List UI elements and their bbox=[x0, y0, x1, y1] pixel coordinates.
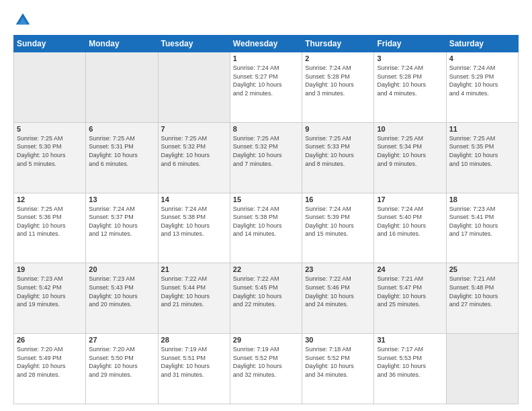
day-info: Sunrise: 7:24 AM Sunset: 5:38 PM Dayligh… bbox=[233, 205, 299, 238]
day-info: Sunrise: 7:21 AM Sunset: 5:48 PM Dayligh… bbox=[449, 275, 515, 308]
calendar-cell: 9Sunrise: 7:25 AM Sunset: 5:33 PM Daylig… bbox=[302, 122, 374, 193]
calendar-cell: 23Sunrise: 7:22 AM Sunset: 5:46 PM Dayli… bbox=[302, 263, 374, 334]
day-info: Sunrise: 7:23 AM Sunset: 5:43 PM Dayligh… bbox=[89, 275, 154, 308]
day-info: Sunrise: 7:25 AM Sunset: 5:36 PM Dayligh… bbox=[17, 205, 83, 238]
header-day: Saturday bbox=[446, 36, 518, 52]
day-info: Sunrise: 7:23 AM Sunset: 5:41 PM Dayligh… bbox=[449, 205, 515, 238]
calendar-cell bbox=[86, 52, 158, 123]
day-number: 3 bbox=[377, 54, 443, 62]
calendar-cell: 7Sunrise: 7:25 AM Sunset: 5:32 PM Daylig… bbox=[158, 122, 230, 193]
calendar-cell: 18Sunrise: 7:23 AM Sunset: 5:41 PM Dayli… bbox=[446, 193, 518, 263]
day-info: Sunrise: 7:24 AM Sunset: 5:27 PM Dayligh… bbox=[233, 64, 299, 97]
calendar-cell bbox=[14, 52, 86, 123]
day-number: 21 bbox=[161, 265, 227, 273]
day-number: 20 bbox=[89, 265, 154, 273]
day-info: Sunrise: 7:17 AM Sunset: 5:53 PM Dayligh… bbox=[377, 345, 443, 379]
calendar-cell: 11Sunrise: 7:25 AM Sunset: 5:35 PM Dayli… bbox=[446, 122, 518, 193]
header-day: Monday bbox=[86, 36, 158, 52]
day-info: Sunrise: 7:25 AM Sunset: 5:35 PM Dayligh… bbox=[449, 134, 515, 168]
day-info: Sunrise: 7:24 AM Sunset: 5:38 PM Dayligh… bbox=[161, 205, 227, 238]
day-number: 28 bbox=[161, 336, 227, 344]
header-day: Wednesday bbox=[230, 36, 302, 52]
day-info: Sunrise: 7:20 AM Sunset: 5:50 PM Dayligh… bbox=[89, 345, 154, 379]
calendar-cell: 21Sunrise: 7:22 AM Sunset: 5:44 PM Dayli… bbox=[158, 263, 230, 334]
header-row: SundayMondayTuesdayWednesdayThursdayFrid… bbox=[14, 36, 519, 52]
calendar-cell: 17Sunrise: 7:24 AM Sunset: 5:40 PM Dayli… bbox=[374, 193, 446, 263]
calendar-cell: 26Sunrise: 7:20 AM Sunset: 5:49 PM Dayli… bbox=[14, 334, 86, 404]
day-info: Sunrise: 7:24 AM Sunset: 5:28 PM Dayligh… bbox=[305, 64, 371, 97]
day-number: 18 bbox=[449, 195, 515, 203]
calendar-cell: 19Sunrise: 7:23 AM Sunset: 5:42 PM Dayli… bbox=[14, 263, 86, 334]
calendar-cell: 8Sunrise: 7:25 AM Sunset: 5:32 PM Daylig… bbox=[230, 122, 302, 193]
calendar-cell: 16Sunrise: 7:24 AM Sunset: 5:39 PM Dayli… bbox=[302, 193, 374, 263]
day-number: 30 bbox=[305, 336, 371, 344]
day-info: Sunrise: 7:24 AM Sunset: 5:40 PM Dayligh… bbox=[377, 205, 443, 238]
calendar-cell: 15Sunrise: 7:24 AM Sunset: 5:38 PM Dayli… bbox=[230, 193, 302, 263]
day-number: 7 bbox=[161, 125, 227, 133]
day-number: 25 bbox=[449, 265, 515, 273]
day-info: Sunrise: 7:24 AM Sunset: 5:28 PM Dayligh… bbox=[377, 64, 443, 97]
day-number: 31 bbox=[377, 336, 443, 344]
day-number: 14 bbox=[161, 195, 227, 203]
header-day: Sunday bbox=[14, 36, 86, 52]
calendar-cell: 10Sunrise: 7:25 AM Sunset: 5:34 PM Dayli… bbox=[374, 122, 446, 193]
calendar-header: SundayMondayTuesdayWednesdayThursdayFrid… bbox=[14, 36, 519, 52]
day-number: 11 bbox=[449, 125, 515, 133]
day-number: 8 bbox=[233, 125, 299, 133]
day-info: Sunrise: 7:22 AM Sunset: 5:45 PM Dayligh… bbox=[233, 275, 299, 308]
logo-icon bbox=[13, 11, 32, 30]
day-number: 6 bbox=[89, 125, 154, 133]
day-info: Sunrise: 7:25 AM Sunset: 5:34 PM Dayligh… bbox=[377, 134, 443, 168]
calendar-week: 12Sunrise: 7:25 AM Sunset: 5:36 PM Dayli… bbox=[14, 193, 519, 263]
day-number: 17 bbox=[377, 195, 443, 203]
day-number: 12 bbox=[17, 195, 83, 203]
calendar-week: 26Sunrise: 7:20 AM Sunset: 5:49 PM Dayli… bbox=[14, 334, 519, 404]
day-number: 26 bbox=[17, 336, 83, 344]
calendar-cell: 4Sunrise: 7:24 AM Sunset: 5:29 PM Daylig… bbox=[446, 52, 518, 123]
calendar-cell: 27Sunrise: 7:20 AM Sunset: 5:50 PM Dayli… bbox=[86, 334, 158, 404]
logo bbox=[13, 11, 35, 30]
calendar-cell bbox=[158, 52, 230, 123]
calendar-cell: 25Sunrise: 7:21 AM Sunset: 5:48 PM Dayli… bbox=[446, 263, 518, 334]
calendar-cell: 14Sunrise: 7:24 AM Sunset: 5:38 PM Dayli… bbox=[158, 193, 230, 263]
day-info: Sunrise: 7:19 AM Sunset: 5:51 PM Dayligh… bbox=[161, 345, 227, 379]
day-info: Sunrise: 7:25 AM Sunset: 5:32 PM Dayligh… bbox=[233, 134, 299, 168]
day-info: Sunrise: 7:22 AM Sunset: 5:44 PM Dayligh… bbox=[161, 275, 227, 308]
day-info: Sunrise: 7:21 AM Sunset: 5:47 PM Dayligh… bbox=[377, 275, 443, 308]
day-number: 5 bbox=[17, 125, 83, 133]
day-info: Sunrise: 7:25 AM Sunset: 5:32 PM Dayligh… bbox=[161, 134, 227, 168]
page: SundayMondayTuesdayWednesdayThursdayFrid… bbox=[0, 0, 532, 411]
day-number: 23 bbox=[305, 265, 371, 273]
calendar-week: 19Sunrise: 7:23 AM Sunset: 5:42 PM Dayli… bbox=[14, 263, 519, 334]
day-number: 27 bbox=[89, 336, 154, 344]
calendar-cell: 2Sunrise: 7:24 AM Sunset: 5:28 PM Daylig… bbox=[302, 52, 374, 123]
calendar-cell: 3Sunrise: 7:24 AM Sunset: 5:28 PM Daylig… bbox=[374, 52, 446, 123]
header-day: Thursday bbox=[302, 36, 374, 52]
day-number: 29 bbox=[233, 336, 299, 344]
day-number: 2 bbox=[305, 54, 371, 62]
day-number: 19 bbox=[17, 265, 83, 273]
header-day: Tuesday bbox=[158, 36, 230, 52]
calendar-cell: 29Sunrise: 7:19 AM Sunset: 5:52 PM Dayli… bbox=[230, 334, 302, 404]
day-info: Sunrise: 7:20 AM Sunset: 5:49 PM Dayligh… bbox=[17, 345, 83, 379]
calendar-cell: 5Sunrise: 7:25 AM Sunset: 5:30 PM Daylig… bbox=[14, 122, 86, 193]
day-number: 13 bbox=[89, 195, 154, 203]
day-number: 9 bbox=[305, 125, 371, 133]
day-info: Sunrise: 7:19 AM Sunset: 5:52 PM Dayligh… bbox=[233, 345, 299, 379]
header-day: Friday bbox=[374, 36, 446, 52]
day-info: Sunrise: 7:22 AM Sunset: 5:46 PM Dayligh… bbox=[305, 275, 371, 308]
day-number: 15 bbox=[233, 195, 299, 203]
calendar-cell: 24Sunrise: 7:21 AM Sunset: 5:47 PM Dayli… bbox=[374, 263, 446, 334]
calendar-cell: 31Sunrise: 7:17 AM Sunset: 5:53 PM Dayli… bbox=[374, 334, 446, 404]
day-info: Sunrise: 7:25 AM Sunset: 5:30 PM Dayligh… bbox=[17, 134, 83, 168]
calendar-cell: 30Sunrise: 7:18 AM Sunset: 5:52 PM Dayli… bbox=[302, 334, 374, 404]
calendar-cell: 1Sunrise: 7:24 AM Sunset: 5:27 PM Daylig… bbox=[230, 52, 302, 123]
day-number: 1 bbox=[233, 54, 299, 62]
day-info: Sunrise: 7:24 AM Sunset: 5:29 PM Dayligh… bbox=[449, 64, 515, 97]
day-number: 22 bbox=[233, 265, 299, 273]
header bbox=[13, 11, 519, 30]
calendar-cell: 22Sunrise: 7:22 AM Sunset: 5:45 PM Dayli… bbox=[230, 263, 302, 334]
calendar-cell: 12Sunrise: 7:25 AM Sunset: 5:36 PM Dayli… bbox=[14, 193, 86, 263]
day-number: 4 bbox=[449, 54, 515, 62]
day-info: Sunrise: 7:23 AM Sunset: 5:42 PM Dayligh… bbox=[17, 275, 83, 308]
